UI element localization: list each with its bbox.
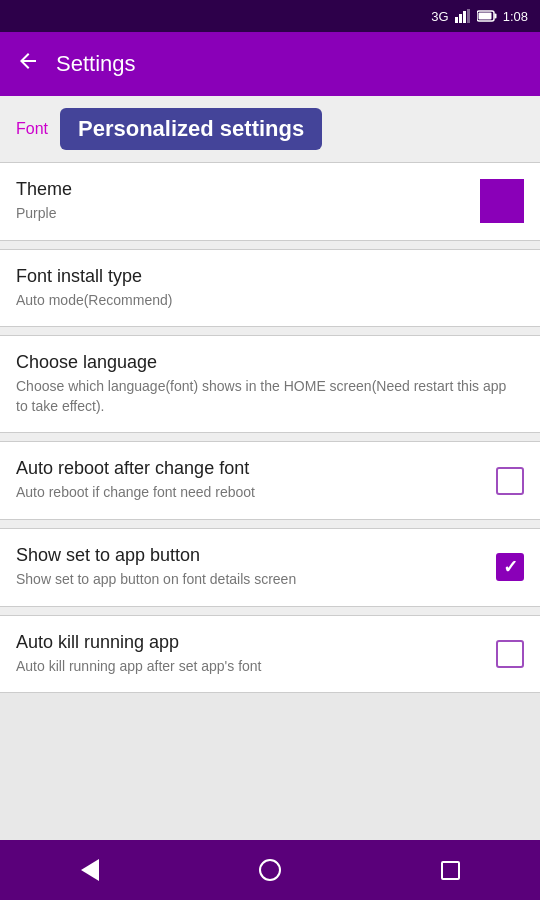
setting-title-language: Choose language bbox=[16, 352, 512, 373]
setting-row-auto-reboot[interactable]: Auto reboot after change font Auto reboo… bbox=[0, 442, 540, 519]
signal-indicator: 3G bbox=[431, 9, 448, 24]
battery-icon bbox=[477, 10, 497, 22]
app-bar: Settings bbox=[0, 32, 540, 96]
setting-row-language[interactable]: Choose language Choose which language(fo… bbox=[0, 336, 540, 432]
setting-title-auto-reboot: Auto reboot after change font bbox=[16, 458, 484, 479]
nav-back-icon bbox=[81, 859, 99, 881]
back-button[interactable] bbox=[16, 49, 40, 79]
svg-rect-2 bbox=[463, 11, 466, 23]
setting-content-show-app-btn: Show set to app button Show set to app b… bbox=[16, 545, 496, 590]
setting-subtitle-auto-kill: Auto kill running app after set app's fo… bbox=[16, 657, 484, 677]
svg-rect-1 bbox=[459, 14, 462, 23]
setting-content-theme: Theme Purple bbox=[16, 179, 480, 224]
setting-subtitle-show-app-btn: Show set to app button on font details s… bbox=[16, 570, 484, 590]
nav-recents-icon bbox=[441, 861, 460, 880]
bg-spacer-3 bbox=[0, 433, 540, 441]
nav-recents-button[interactable] bbox=[426, 846, 474, 894]
theme-color-swatch[interactable] bbox=[480, 179, 524, 223]
checkbox-auto-reboot[interactable] bbox=[496, 467, 524, 495]
svg-rect-0 bbox=[455, 17, 458, 23]
setting-content-font-install: Font install type Auto mode(Recommend) bbox=[16, 266, 524, 311]
setting-title-theme: Theme bbox=[16, 179, 468, 200]
setting-content-auto-reboot: Auto reboot after change font Auto reboo… bbox=[16, 458, 496, 503]
setting-title-font-install: Font install type bbox=[16, 266, 512, 287]
section-title-bubble: Personalized settings bbox=[60, 108, 322, 150]
setting-row-font-install[interactable]: Font install type Auto mode(Recommend) bbox=[0, 250, 540, 327]
setting-row-theme[interactable]: Theme Purple bbox=[0, 163, 540, 240]
section-header: Font Personalized settings bbox=[0, 96, 540, 162]
setting-row-show-app-btn[interactable]: Show set to app button Show set to app b… bbox=[0, 529, 540, 606]
nav-home-icon bbox=[259, 859, 281, 881]
app-bar-title: Settings bbox=[56, 51, 136, 77]
checkbox-show-app-btn[interactable] bbox=[496, 553, 524, 581]
bg-spacer-4 bbox=[0, 520, 540, 528]
section-label: Font bbox=[16, 120, 48, 138]
setting-subtitle-theme: Purple bbox=[16, 204, 468, 224]
setting-content-auto-kill: Auto kill running app Auto kill running … bbox=[16, 632, 496, 677]
divider-12 bbox=[0, 692, 540, 693]
status-bar: 3G 1:08 bbox=[0, 0, 540, 32]
setting-row-auto-kill[interactable]: Auto kill running app Auto kill running … bbox=[0, 616, 540, 693]
nav-home-button[interactable] bbox=[246, 846, 294, 894]
checkbox-auto-kill[interactable] bbox=[496, 640, 524, 668]
setting-subtitle-language: Choose which language(font) shows in the… bbox=[16, 377, 512, 416]
bg-spacer-1 bbox=[0, 241, 540, 249]
bg-spacer-5 bbox=[0, 607, 540, 615]
section-title: Personalized settings bbox=[78, 116, 304, 141]
nav-bar bbox=[0, 840, 540, 900]
setting-subtitle-auto-reboot: Auto reboot if change font need reboot bbox=[16, 483, 484, 503]
content-area: Font Personalized settings Theme Purple … bbox=[0, 96, 540, 693]
svg-rect-3 bbox=[467, 9, 470, 23]
signal-bars-icon bbox=[455, 9, 471, 23]
svg-rect-6 bbox=[478, 13, 491, 20]
bg-spacer-2 bbox=[0, 327, 540, 335]
setting-title-auto-kill: Auto kill running app bbox=[16, 632, 484, 653]
setting-subtitle-font-install: Auto mode(Recommend) bbox=[16, 291, 512, 311]
setting-title-show-app-btn: Show set to app button bbox=[16, 545, 484, 566]
nav-back-button[interactable] bbox=[66, 846, 114, 894]
svg-rect-5 bbox=[494, 14, 496, 19]
clock: 1:08 bbox=[503, 9, 528, 24]
setting-content-language: Choose language Choose which language(fo… bbox=[16, 352, 524, 416]
